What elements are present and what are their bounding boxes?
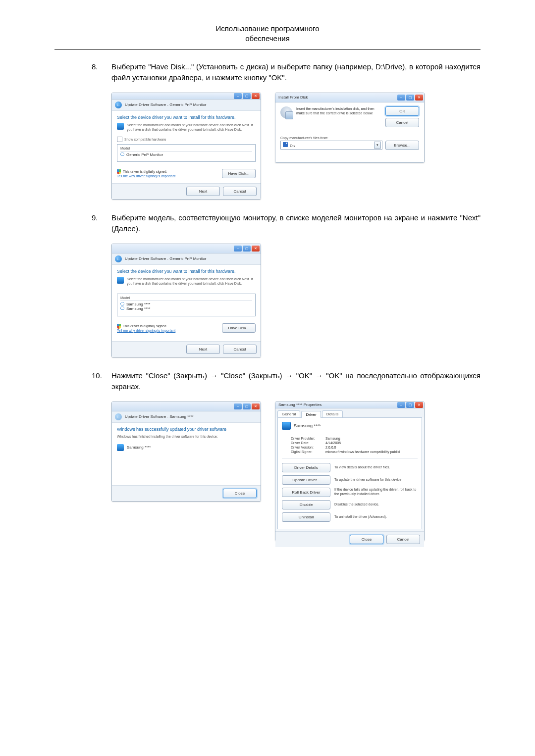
- rollback-button[interactable]: Roll Back Driver: [282, 488, 330, 497]
- close-icon[interactable]: ✕: [252, 93, 260, 99]
- row-update-driver: Update Driver... To update the driver so…: [282, 475, 418, 485]
- maximize-icon[interactable]: ▢: [243, 403, 251, 409]
- step-number: 9.: [92, 212, 111, 235]
- path-value: D:\: [283, 142, 295, 148]
- minimize-icon[interactable]: –: [397, 402, 405, 408]
- close-icon[interactable]: ✕: [252, 403, 260, 409]
- signed-text: This driver is digitally signed. Tell me…: [117, 324, 175, 332]
- minimize-icon[interactable]: –: [234, 246, 242, 252]
- monitor-icon: 🖵: [120, 306, 126, 311]
- dialog-body: Insert the manufacturer's installation d…: [275, 102, 424, 162]
- kv-version: Driver Version:2.0.0.0: [291, 446, 418, 449]
- header-line-1: Использование программного: [54, 24, 481, 34]
- monitor-icon: 🖵: [120, 152, 126, 157]
- step-number: 10.: [92, 370, 111, 393]
- page-header: Использование программного обеспечения: [54, 24, 481, 50]
- titlebar: – ▢ ✕: [112, 244, 261, 253]
- breadcrumb: ← Update Driver Software - Generic PnP M…: [112, 253, 261, 265]
- have-disk-button[interactable]: Have Disk...: [222, 169, 256, 178]
- cancel-button[interactable]: Cancel: [386, 535, 420, 544]
- step-number: 8.: [92, 61, 111, 84]
- step8-screenshots: – ▢ ✕ ← Update Driver Software - Generic…: [111, 93, 481, 200]
- dialog-update-success: – ▢ ✕ ← Update Driver Software - Samsung…: [111, 402, 261, 502]
- footer-rule: [54, 731, 481, 731]
- titlebar: Samsung **** Properties – ▢ ✕: [275, 402, 424, 408]
- path-combo[interactable]: D:\ ▾: [280, 141, 382, 150]
- signing-link[interactable]: Tell me why driver signing is important: [117, 329, 175, 332]
- dialog-body: Select the device driver you want to ins…: [112, 111, 261, 183]
- signed-row: This driver is digitally signed. Tell me…: [117, 323, 256, 333]
- signing-link[interactable]: Tell me why driver signing is important: [117, 174, 175, 178]
- ifd-top: Insert the manufacturer's installation d…: [280, 106, 419, 127]
- next-button[interactable]: Next: [186, 187, 220, 196]
- row-disable: Disable Disables the selected device.: [282, 500, 418, 509]
- breadcrumb: ← Update Driver Software - Generic PnP M…: [112, 100, 261, 111]
- tab-driver[interactable]: Driver: [301, 411, 321, 418]
- kv-date: Driver Date:4/14/2005: [291, 441, 418, 445]
- copy-from-field: Copy manufacturer's files from: D:\ ▾ Br…: [280, 136, 419, 150]
- step10-screenshots: – ▢ ✕ ← Update Driver Software - Samsung…: [111, 402, 481, 541]
- success-sub: Windows has finished installing the driv…: [117, 435, 256, 438]
- titlebar: Install From Disk – ▢ ✕: [275, 93, 424, 102]
- model-list[interactable]: Model 🖵Generic PnP Monitor: [117, 144, 256, 162]
- ifd-side-buttons: OK Cancel: [385, 106, 419, 127]
- model-list[interactable]: Model 🖵Samsung **** 🖵Samsung ****: [117, 294, 256, 316]
- close-button[interactable]: Close: [350, 535, 383, 544]
- browse-button[interactable]: Browse...: [385, 141, 419, 150]
- maximize-icon[interactable]: ▢: [406, 402, 414, 408]
- checkbox-label: Show compatible hardware: [124, 138, 166, 141]
- back-icon[interactable]: ←: [115, 101, 122, 108]
- model-list-item[interactable]: 🖵Samsung ****: [120, 306, 252, 311]
- dropdown-icon[interactable]: ▾: [374, 142, 381, 149]
- device-line: Samsung ****: [282, 422, 418, 433]
- monitor-icon: [282, 422, 291, 430]
- driver-details-button[interactable]: Driver Details: [282, 463, 330, 472]
- close-icon[interactable]: ✕: [415, 95, 423, 101]
- back-icon[interactable]: ←: [115, 255, 122, 262]
- rollback-desc: If the device fails after updating the d…: [334, 488, 418, 497]
- model-list-header: Model: [120, 296, 252, 301]
- close-icon[interactable]: ✕: [252, 246, 260, 252]
- disable-button[interactable]: Disable: [282, 500, 330, 509]
- step-text: Выберите "Have Disk..." (Установить с ди…: [111, 61, 481, 84]
- maximize-icon[interactable]: ▢: [406, 95, 414, 101]
- close-icon[interactable]: ✕: [415, 402, 423, 408]
- titlebar: – ▢ ✕: [112, 93, 261, 100]
- row-uninstall: Uninstall To uninstall the driver (Advan…: [282, 512, 418, 522]
- kv-signer: Digital Signer:microsoft windows hardwar…: [291, 450, 418, 454]
- step-9: 9. Выберите модель, соответствующую мони…: [92, 212, 481, 235]
- update-driver-button[interactable]: Update Driver...: [282, 475, 330, 485]
- shield-icon: [117, 324, 121, 329]
- next-button[interactable]: Next: [186, 345, 220, 354]
- header-line-2: обеспечения: [54, 34, 481, 44]
- row-rollback: Roll Back Driver If the device fails aft…: [282, 488, 418, 497]
- minimize-icon[interactable]: –: [234, 93, 242, 99]
- have-disk-button[interactable]: Have Disk...: [222, 323, 256, 333]
- uninstall-desc: To uninstall the driver (Advanced).: [334, 515, 418, 519]
- breadcrumb: ← Update Driver Software - Samsung ****: [112, 411, 261, 423]
- model-list-item[interactable]: 🖵Generic PnP Monitor: [120, 152, 252, 157]
- tab-panel: Samsung **** Driver Provider:Samsung Dri…: [277, 417, 422, 529]
- minimize-icon[interactable]: –: [234, 403, 242, 409]
- tab-general[interactable]: General: [277, 410, 300, 417]
- driver-details-desc: To view details about the driver files.: [334, 465, 418, 470]
- maximize-icon[interactable]: ▢: [243, 246, 251, 252]
- model-list-item[interactable]: 🖵Samsung ****: [120, 302, 252, 306]
- checkbox-icon[interactable]: [117, 137, 122, 142]
- tab-details[interactable]: Details: [322, 410, 343, 417]
- close-button[interactable]: Close: [223, 489, 257, 498]
- floppy-icon: [283, 142, 288, 147]
- dialog-body: Select the device driver you want to ins…: [112, 265, 261, 341]
- monitor-icon: [117, 444, 124, 451]
- show-compatible-checkbox[interactable]: Show compatible hardware: [117, 137, 256, 142]
- ifd-message: Insert the manufacturer's installation d…: [296, 106, 377, 127]
- instruction-heading: Select the device driver you want to ins…: [117, 115, 256, 120]
- cancel-button[interactable]: Cancel: [223, 345, 257, 354]
- uninstall-button[interactable]: Uninstall: [282, 512, 330, 522]
- ok-button[interactable]: OK: [385, 106, 419, 116]
- cancel-button[interactable]: Cancel: [223, 187, 257, 196]
- dialog-update-driver-2: – ▢ ✕ ← Update Driver Software - Generic…: [111, 244, 261, 357]
- cancel-button[interactable]: Cancel: [385, 118, 419, 127]
- minimize-icon[interactable]: –: [397, 95, 405, 101]
- maximize-icon[interactable]: ▢: [243, 93, 251, 99]
